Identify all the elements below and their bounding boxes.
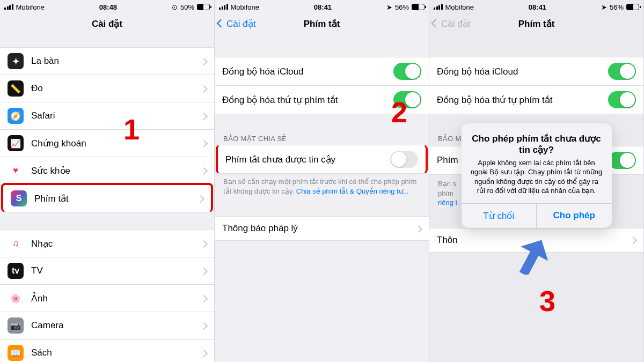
- page-title: Cài đặt: [92, 18, 122, 29]
- settings-row-shortcuts[interactable]: S Phím tắt: [1, 183, 213, 212]
- row-untrusted-shortcuts[interactable]: Phím: [429, 146, 643, 175]
- battery-icon: [197, 4, 210, 10]
- music-icon: ♫: [8, 235, 24, 252]
- alert-cancel-button[interactable]: Từ chối: [462, 204, 537, 228]
- compass-icon: ✦: [8, 53, 24, 69]
- chevron-right-icon: [201, 348, 207, 359]
- chevron-right-icon: [416, 223, 421, 234]
- statusbar: Mobifone 08:41 ➤ 56%: [429, 0, 643, 12]
- row-sync-order[interactable]: Đồng bộ hóa thứ tự phím tắt: [429, 85, 643, 114]
- battery-icon: [412, 4, 425, 10]
- screen-shortcuts-alert: Mobifone 08:41 ➤ 56% Cài đặt Phím tắt Đồ…: [429, 0, 644, 362]
- row-legal[interactable]: Thông báo pháp lý: [215, 216, 429, 241]
- photos-icon: 🌸: [8, 290, 24, 306]
- back-button[interactable]: Cài đặt: [433, 12, 470, 35]
- safari-icon: 🧭: [8, 108, 24, 124]
- chevron-left-icon: [433, 18, 440, 29]
- annotation-step-1: 1: [123, 113, 140, 146]
- settings-row-stocks[interactable]: 📈 Chứng khoán: [0, 129, 214, 157]
- carrier: Mobifone: [231, 3, 259, 11]
- chevron-right-icon: [201, 110, 207, 122]
- screen-settings-list: Mobifone 08:48 ⊙ 50% Cài đặt ✦ La bàn 📏 …: [0, 0, 215, 362]
- settings-row-music[interactable]: ♫ Nhạc: [0, 230, 214, 257]
- ruler-icon: 📏: [8, 80, 24, 97]
- row-untrusted-shortcuts[interactable]: Phím tắt chưa được tin cậy: [216, 145, 428, 174]
- books-icon: 📖: [8, 345, 24, 361]
- location-icon: ➤: [386, 3, 392, 11]
- chevron-right-icon: [201, 56, 207, 67]
- back-button[interactable]: Cài đặt: [218, 12, 255, 35]
- clock: 08:48: [99, 3, 117, 11]
- row-sync-icloud[interactable]: Đồng bộ hóa iCloud: [429, 57, 643, 85]
- page-title: Phím tắt: [304, 18, 340, 29]
- toggle-sync-icloud[interactable]: [608, 63, 636, 80]
- settings-row-measure[interactable]: 📏 Đo: [0, 75, 214, 102]
- battery-icon: [626, 4, 639, 10]
- toggle-sync-icloud[interactable]: [393, 63, 421, 80]
- settings-row-camera[interactable]: 📷 Camera: [0, 312, 214, 339]
- location-icon: ➤: [601, 3, 607, 11]
- annotation-arrow-icon: [510, 236, 548, 275]
- clock: 08:41: [529, 3, 546, 11]
- signal-icon: [4, 4, 13, 10]
- settings-row-books[interactable]: 📖 Sách: [0, 339, 214, 362]
- chevron-right-icon: [201, 165, 207, 176]
- chevron-right-icon: [201, 238, 207, 249]
- location-icon: ⊙: [172, 3, 178, 11]
- footer-text: Bạn s phím riêng t: [429, 175, 643, 208]
- annotation-step-2: 2: [391, 95, 407, 129]
- annotation-step-3: 3: [539, 284, 555, 317]
- settings-row-safari[interactable]: 🧭 Safari: [0, 102, 214, 129]
- carrier: Mobifone: [445, 3, 474, 11]
- section-header-security: BẢO MẬT CHIA SẺ: [215, 131, 429, 146]
- chevron-right-icon: [201, 83, 207, 94]
- statusbar: Mobifone 08:48 ⊙ 50%: [0, 0, 214, 12]
- camera-icon: 📷: [8, 317, 24, 334]
- shortcuts-icon: S: [11, 190, 27, 206]
- settings-row-health[interactable]: ♥ Sức khỏe: [0, 157, 214, 184]
- chevron-right-icon: [201, 138, 207, 149]
- row-sync-icloud[interactable]: Đồng bộ hóa iCloud: [215, 57, 429, 85]
- chevron-right-icon: [201, 320, 207, 331]
- settings-row-tv[interactable]: tv TV: [0, 257, 214, 284]
- stocks-icon: 📈: [8, 135, 24, 151]
- signal-icon: [434, 4, 443, 10]
- battery-percent: 56%: [395, 3, 409, 11]
- health-icon: ♥: [8, 162, 24, 179]
- navbar: Cài đặt Phím tắt: [215, 12, 429, 35]
- privacy-link[interactable]: riêng t: [438, 198, 457, 206]
- navbar: Cài đặt: [0, 12, 214, 35]
- alert-dialog: Cho phép phím tắt chưa được tin cậy? App…: [462, 123, 612, 228]
- toggle-untrusted-shortcuts[interactable]: [608, 152, 636, 169]
- battery-percent: 50%: [180, 3, 194, 11]
- privacy-link[interactable]: Chia sẻ phím tắt & Quyền riêng tư...: [296, 187, 409, 195]
- tv-icon: tv: [8, 263, 24, 279]
- screen-shortcuts-settings: Mobifone 08:41 ➤ 56% Cài đặt Phím tắt Đồ…: [215, 0, 429, 362]
- settings-row-compass[interactable]: ✦ La bàn: [0, 47, 214, 75]
- signal-icon: [219, 4, 228, 10]
- toggle-sync-order[interactable]: [608, 91, 636, 108]
- alert-allow-button[interactable]: Cho phép: [537, 204, 612, 228]
- chevron-left-icon: [218, 18, 225, 29]
- chevron-right-icon: [201, 293, 207, 304]
- settings-row-photos[interactable]: 🌸 Ảnh: [0, 284, 214, 312]
- statusbar: Mobifone 08:41 ➤ 56%: [215, 0, 429, 12]
- chevron-right-icon: [201, 265, 207, 277]
- footer-text: Bạn sẽ cần chạy một phím tắt trước khi c…: [215, 173, 429, 196]
- battery-percent: 56%: [610, 3, 624, 11]
- section-header-security: BẢO M: [429, 131, 643, 146]
- svg-marker-0: [510, 236, 548, 275]
- navbar: Cài đặt Phím tắt: [429, 12, 643, 35]
- clock: 08:41: [314, 3, 332, 11]
- carrier: Mobifone: [16, 3, 45, 11]
- toggle-untrusted-shortcuts[interactable]: [390, 151, 418, 168]
- chevron-right-icon: [631, 234, 636, 246]
- page-title: Phím tắt: [518, 18, 555, 29]
- chevron-right-icon: [198, 193, 203, 204]
